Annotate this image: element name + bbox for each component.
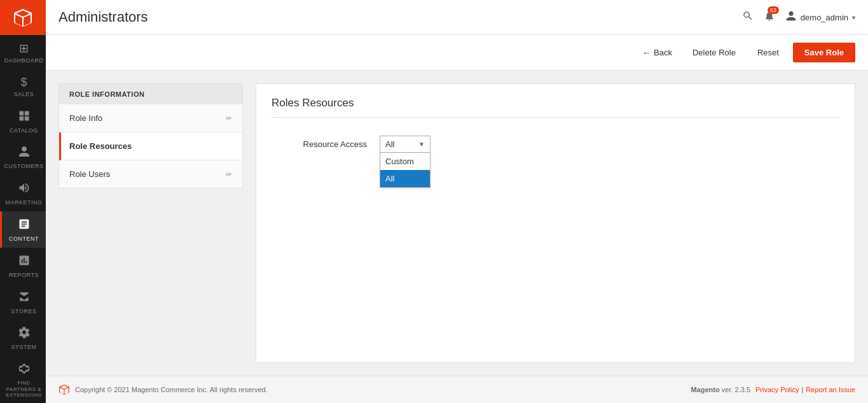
user-menu[interactable]: demo_admin ▾ bbox=[785, 10, 855, 24]
reset-button[interactable]: Reset bbox=[750, 44, 787, 61]
notifications-button[interactable]: 63 bbox=[764, 10, 775, 24]
panel-item-label: Role Resources bbox=[69, 141, 132, 151]
back-button[interactable]: ← Back bbox=[636, 44, 679, 61]
user-avatar-icon bbox=[785, 10, 797, 24]
sidebar-item-label: CONTENT bbox=[9, 236, 39, 243]
panel-item-role-users[interactable]: Role Users ✏ bbox=[59, 160, 242, 188]
section-title: Roles Resources bbox=[272, 97, 839, 118]
resource-access-row: Resource Access All ▼ Custom All bbox=[272, 131, 839, 158]
panel-item-role-info[interactable]: Role Info ✏ bbox=[59, 104, 242, 132]
app-logo[interactable] bbox=[0, 0, 46, 35]
privacy-policy-link[interactable]: Privacy Policy bbox=[755, 386, 799, 393]
sidebar-item-label: SYSTEM bbox=[11, 344, 36, 351]
page-title: Administrators bbox=[59, 9, 742, 25]
delete-role-button[interactable]: Delete Role bbox=[685, 44, 743, 61]
dropdown-trigger[interactable]: All ▼ bbox=[380, 136, 431, 153]
sidebar-item-reports[interactable]: REPORTS bbox=[0, 248, 46, 284]
resource-access-label: Resource Access bbox=[272, 136, 367, 149]
dropdown-option-custom[interactable]: Custom bbox=[380, 153, 430, 170]
sidebar-item-dashboard[interactable]: ⊞ DASHBOARD bbox=[0, 35, 46, 69]
edit-icon: ✏ bbox=[226, 170, 232, 179]
dropdown-current-value: All bbox=[385, 139, 394, 149]
footer-copyright: Copyright © 2021 Magento Commerce Inc. A… bbox=[75, 386, 268, 393]
user-dropdown-icon: ▾ bbox=[852, 14, 855, 21]
sidebar-item-system[interactable]: SYSTEM bbox=[0, 320, 46, 356]
sidebar-item-label: DASHBOARD bbox=[4, 57, 44, 64]
sidebar-item-find-partners[interactable]: FIND PARTNERS & EXTENSIONS bbox=[0, 356, 46, 403]
marketing-icon bbox=[18, 181, 31, 197]
stores-icon bbox=[18, 290, 31, 306]
content-icon bbox=[18, 218, 31, 234]
sidebar-item-marketing[interactable]: MARKETING bbox=[0, 175, 46, 211]
back-arrow-icon: ← bbox=[642, 48, 651, 57]
sidebar-item-label: STORES bbox=[11, 308, 37, 315]
customers-icon bbox=[18, 145, 31, 161]
header-actions: 63 demo_admin ▾ bbox=[742, 10, 855, 24]
footer-left: Copyright © 2021 Magento Commerce Inc. A… bbox=[59, 384, 268, 395]
dashboard-icon: ⊞ bbox=[19, 41, 29, 55]
sidebar-item-label: REPORTS bbox=[9, 272, 39, 279]
footer-right: Magento ver. 2.3.5 Privacy Policy | Repo… bbox=[691, 386, 855, 393]
panel-item-label: Role Info bbox=[69, 113, 102, 123]
sidebar-item-stores[interactable]: STORES bbox=[0, 284, 46, 320]
sidebar-item-catalog[interactable]: CATALOG bbox=[0, 103, 46, 139]
sidebar: ⊞ DASHBOARD $ SALES CATALOG CUSTOMERS MA… bbox=[0, 0, 46, 403]
right-panel: Roles Resources Resource Access All ▼ Cu… bbox=[256, 83, 855, 363]
panel-item-label: Role Users bbox=[69, 169, 110, 179]
action-bar: ← Back Delete Role Reset Save Role bbox=[46, 35, 868, 71]
reports-icon bbox=[18, 254, 31, 270]
main-content: Administrators 63 demo_admin ▾ ← Back De… bbox=[46, 0, 868, 403]
sidebar-item-label: FIND PARTNERS & EXTENSIONS bbox=[4, 380, 43, 399]
dropdown-arrow-icon: ▼ bbox=[418, 141, 425, 148]
sidebar-item-label: MARKETING bbox=[5, 199, 42, 206]
user-name: demo_admin bbox=[801, 13, 848, 22]
catalog-icon bbox=[18, 110, 31, 125]
sidebar-item-label: CUSTOMERS bbox=[4, 163, 44, 170]
panel-title: ROLE INFORMATION bbox=[59, 84, 242, 104]
sidebar-item-label: SALES bbox=[14, 91, 34, 98]
top-header: Administrators 63 demo_admin ▾ bbox=[46, 0, 868, 35]
dropdown-option-all[interactable]: All bbox=[380, 170, 430, 187]
system-icon bbox=[18, 326, 31, 342]
footer-separator: | bbox=[801, 386, 803, 393]
sidebar-item-sales[interactable]: $ SALES bbox=[0, 69, 46, 103]
save-role-button[interactable]: Save Role bbox=[793, 43, 855, 62]
sidebar-item-label: CATALOG bbox=[10, 127, 38, 134]
role-info-panel: ROLE INFORMATION Role Info ✏ Role Resour… bbox=[59, 83, 243, 188]
footer: Copyright © 2021 Magento Commerce Inc. A… bbox=[46, 376, 868, 403]
report-issue-link[interactable]: Report an Issue bbox=[806, 386, 855, 393]
resource-access-field: All ▼ Custom All bbox=[380, 136, 839, 153]
sidebar-item-customers[interactable]: CUSTOMERS bbox=[0, 139, 46, 175]
dropdown-menu: Custom All bbox=[380, 153, 431, 188]
panel-item-role-resources[interactable]: Role Resources bbox=[59, 132, 242, 160]
sales-icon: $ bbox=[20, 76, 27, 89]
sidebar-item-content[interactable]: CONTENT bbox=[0, 211, 46, 248]
footer-logo-icon bbox=[59, 384, 70, 395]
notification-badge: 63 bbox=[768, 6, 779, 14]
find-partners-icon bbox=[18, 362, 31, 378]
content-area: ROLE INFORMATION Role Info ✏ Role Resour… bbox=[46, 71, 868, 376]
resource-access-dropdown[interactable]: All ▼ Custom All bbox=[380, 136, 431, 153]
footer-version-label: Magento ver. 2.3.5 bbox=[691, 386, 750, 393]
edit-icon: ✏ bbox=[226, 114, 232, 123]
search-button[interactable] bbox=[742, 10, 754, 24]
left-panel: ROLE INFORMATION Role Info ✏ Role Resour… bbox=[59, 83, 243, 363]
